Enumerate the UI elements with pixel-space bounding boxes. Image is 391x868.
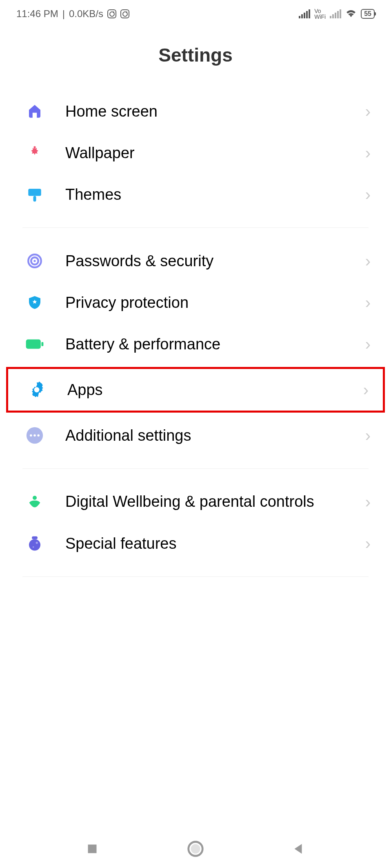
svg-point-15 [29, 539, 40, 551]
item-label: Passwords & security [65, 252, 365, 270]
chevron-right-icon: › [365, 426, 371, 445]
chevron-right-icon: › [365, 493, 371, 511]
status-time: 11:46 PM [16, 8, 58, 20]
svg-point-10 [30, 434, 32, 437]
dots-icon [24, 425, 45, 446]
svg-rect-6 [26, 340, 41, 349]
svg-rect-1 [28, 189, 41, 196]
settings-item-passwords[interactable]: Passwords & security › [0, 240, 391, 282]
settings-item-privacy[interactable]: Privacy protection › [0, 282, 391, 323]
item-label: Privacy protection [65, 294, 365, 311]
chevron-right-icon: › [365, 534, 371, 553]
chevron-right-icon: › [365, 144, 371, 162]
divider [22, 227, 369, 228]
status-data-rate: 0.0KB/s [69, 8, 103, 20]
divider [22, 468, 369, 469]
chevron-right-icon: › [365, 252, 371, 270]
chevron-right-icon: › [365, 186, 371, 204]
settings-item-special[interactable]: Special features › [0, 523, 391, 564]
svg-rect-18 [88, 844, 97, 853]
svg-point-11 [33, 434, 36, 437]
settings-item-home-screen[interactable]: Home screen › [0, 91, 391, 132]
nav-bar [0, 829, 391, 868]
settings-item-battery[interactable]: Battery & performance › [0, 323, 391, 365]
item-label: Wallpaper [65, 144, 365, 162]
svg-point-17 [33, 546, 34, 548]
svg-point-13 [33, 496, 37, 500]
item-label: Themes [65, 186, 365, 203]
home-icon [24, 101, 45, 121]
signal-icon [299, 9, 310, 18]
shield-icon [24, 292, 45, 313]
gear-icon [27, 380, 47, 400]
settings-item-wellbeing[interactable]: Digital Wellbeing & parental controls › [0, 481, 391, 523]
svg-point-8 [34, 387, 40, 393]
settings-list: Home screen › Wallpaper › Themes › Passw… [0, 91, 391, 577]
chevron-right-icon: › [365, 102, 371, 121]
item-label: Special features [65, 535, 365, 552]
chevron-right-icon: › [363, 381, 369, 399]
svg-rect-14 [32, 537, 38, 539]
page-header: Settings [0, 28, 391, 91]
settings-item-themes[interactable]: Themes › [0, 174, 391, 215]
instagram-icon [120, 9, 129, 18]
themes-icon [24, 184, 45, 205]
special-icon [24, 533, 45, 554]
item-label: Battery & performance [65, 336, 365, 353]
home-button[interactable] [183, 837, 208, 861]
fingerprint-icon [24, 251, 45, 271]
svg-point-16 [36, 542, 38, 544]
page-title: Settings [0, 44, 391, 66]
settings-item-apps[interactable]: Apps › [6, 367, 385, 413]
chevron-right-icon: › [365, 294, 371, 312]
wifi-icon [345, 8, 357, 20]
status-right: VoWiFi 55 [299, 8, 375, 20]
status-bar: 11:46 PM | 0.0KB/s VoWiFi 55 [0, 0, 391, 28]
item-label: Digital Wellbeing & parental controls [65, 493, 365, 511]
item-label: Home screen [65, 103, 365, 120]
svg-point-12 [37, 434, 40, 437]
svg-point-0 [33, 146, 36, 148]
wellbeing-icon [24, 492, 45, 512]
battery-icon [24, 334, 45, 354]
settings-item-additional[interactable]: Additional settings › [0, 415, 391, 456]
svg-point-20 [191, 844, 200, 853]
settings-item-wallpaper[interactable]: Wallpaper › [0, 132, 391, 174]
chevron-right-icon: › [365, 335, 371, 353]
back-button[interactable] [287, 837, 311, 861]
battery-icon: 55 [361, 9, 375, 19]
item-label: Additional settings [65, 427, 365, 444]
svg-point-5 [33, 260, 36, 262]
instagram-icon [107, 9, 116, 18]
status-left: 11:46 PM | 0.0KB/s [16, 8, 129, 20]
divider [22, 576, 369, 577]
signal-sim2-icon [330, 9, 341, 18]
flower-icon [24, 143, 45, 163]
item-label: Apps [67, 381, 363, 399]
vowifi-icon: VoWiFi [314, 8, 326, 20]
svg-rect-7 [41, 342, 43, 346]
svg-rect-2 [33, 196, 36, 202]
recents-button[interactable] [80, 837, 104, 861]
